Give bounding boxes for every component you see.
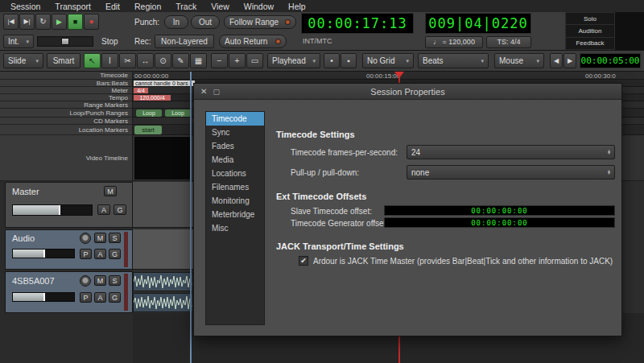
audition-indicator-button[interactable]: Audition [566, 25, 614, 37]
slave-offset-clock[interactable]: 00:00:00:00 [384, 205, 615, 216]
automation-button[interactable]: A [97, 204, 110, 215]
menu-window[interactable]: Window [237, 1, 281, 12]
smart-mode-button[interactable]: Smart [47, 53, 80, 68]
edit-point-dropdown[interactable]: Mouse▾ [494, 53, 544, 68]
automation-button[interactable]: A [94, 249, 106, 259]
tempo-marker[interactable]: 120,000/4 [134, 95, 171, 101]
loop-marker[interactable]: Loop [165, 109, 191, 117]
track-header-audio[interactable]: Audio M S P A G [5, 229, 133, 270]
gain-fader[interactable] [12, 249, 75, 258]
menu-view[interactable]: View [204, 1, 237, 12]
gain-fader[interactable] [12, 204, 93, 216]
goto-end-button[interactable]: ▶| [19, 14, 35, 30]
playlist-button[interactable]: P [80, 249, 92, 259]
waveform-lane[interactable] [133, 272, 193, 291]
time-signature-button[interactable]: TS: 4/4 [486, 36, 531, 48]
dialog-tab-monitoring[interactable]: Monitoring [206, 194, 264, 208]
cut-tool-button[interactable]: ✂ [119, 53, 136, 68]
mute-button[interactable]: M [94, 275, 106, 286]
menu-session[interactable]: Session [3, 1, 47, 12]
menu-region[interactable]: Region [127, 1, 168, 12]
marker-square-button[interactable]: ▪ [341, 53, 357, 68]
zoom-focus-dropdown[interactable]: Playhead▾ [267, 53, 320, 68]
dialog-tab-meterbridge[interactable]: Meterbridge [206, 208, 264, 221]
group-button[interactable]: G [114, 204, 126, 215]
mute-button[interactable]: M [104, 186, 117, 196]
dialog-tab-fades[interactable]: Fades [206, 139, 264, 153]
spinner-arrows-icon[interactable]: ▴▾ [608, 150, 610, 155]
automation-button[interactable]: A [94, 292, 106, 303]
track-name[interactable]: Master [12, 187, 39, 196]
menu-track[interactable]: Track [168, 1, 204, 12]
nudge-backward-button[interactable]: ◀ [550, 53, 563, 68]
loop-marker[interactable]: Loop [136, 109, 162, 117]
dialog-tab-misc[interactable]: Misc [206, 221, 264, 235]
stretch-tool-button[interactable]: ↔ [137, 53, 154, 68]
group-button[interactable]: G [109, 292, 121, 303]
waveform-lane[interactable] [133, 293, 193, 312]
pull-dropdown[interactable]: none ▴▾ [407, 165, 615, 179]
range-tool-button[interactable]: I [101, 53, 118, 68]
solo-button[interactable]: S [109, 233, 121, 243]
zoom-out-button[interactable]: − [211, 53, 228, 68]
fader-thumb[interactable] [43, 293, 45, 301]
fader-thumb[interactable] [59, 205, 60, 215]
master-track-lane[interactable] [133, 182, 193, 228]
jack-time-master-checkbox[interactable]: ✔ [299, 256, 308, 266]
dialog-tab-timecode[interactable]: Timecode [206, 112, 264, 126]
solo-indicator-button[interactable]: Solo [566, 13, 614, 25]
meter-marker[interactable]: 4/4 [134, 88, 148, 93]
follow-range-button[interactable]: Follow Range [224, 15, 296, 29]
menu-help[interactable]: Help [281, 1, 313, 12]
dialog-tab-sync[interactable]: Sync [206, 126, 264, 139]
edit-tool-button[interactable]: ▦ [190, 53, 207, 68]
fps-dropdown[interactable]: 24 ▴▾ [407, 145, 615, 159]
playhead-marker[interactable] [394, 72, 404, 78]
sync-source-dropdown[interactable]: Int.▾ [3, 35, 34, 48]
marker-dot-button[interactable]: • [324, 53, 340, 68]
zoom-in-button[interactable]: + [229, 53, 246, 68]
record-mode-button[interactable]: Non-Layered [155, 35, 214, 48]
snap-mode-dropdown[interactable]: No Grid▾ [362, 53, 414, 68]
record-enable-button[interactable] [80, 275, 91, 287]
menu-edit[interactable]: Edit [98, 1, 127, 12]
auto-return-button[interactable]: Auto Return [219, 35, 287, 48]
dialog-tab-filenames[interactable]: Filenames [206, 180, 264, 194]
track-name[interactable]: Audio [12, 233, 35, 243]
draw-tool-button[interactable]: ✎ [172, 53, 189, 68]
stop-button[interactable]: ■ [68, 14, 83, 30]
start-location-marker[interactable]: start [134, 126, 162, 134]
punch-in-button[interactable]: In [164, 15, 188, 29]
dialog-tab-media[interactable]: Media [206, 153, 264, 167]
fader-thumb[interactable] [43, 250, 45, 258]
punch-out-button[interactable]: Out [191, 15, 220, 29]
tempo-button[interactable]: ♩ = 120,000 [425, 36, 483, 48]
gain-fader[interactable] [12, 292, 75, 302]
record-enable-button[interactable] [80, 233, 91, 244]
feedback-indicator-button[interactable]: Feedback [566, 38, 614, 49]
spinner-arrows-icon[interactable]: ▴▾ [608, 170, 610, 175]
menu-transport[interactable]: Transport [47, 1, 98, 12]
shuttle-control[interactable] [37, 36, 93, 47]
dialog-tab-locations[interactable]: Locations [206, 167, 264, 180]
play-button[interactable]: ▶ [52, 14, 67, 30]
playlist-button[interactable]: P [80, 292, 92, 303]
mute-button[interactable]: M [94, 233, 106, 243]
edit-mode-dropdown[interactable]: Slide▾ [3, 53, 43, 68]
primary-clock[interactable]: 00:00:17:13 [301, 13, 414, 34]
group-button[interactable]: G [109, 249, 121, 259]
generator-offset-clock[interactable]: 00:00:00:00 [384, 217, 615, 228]
goto-start-button[interactable]: |◀ [3, 14, 19, 30]
audio-track-lane[interactable] [133, 229, 193, 270]
dialog-titlebar[interactable]: ✕ ▢ Session Properties [194, 84, 621, 100]
secondary-clock[interactable]: 009|04|0220 [425, 13, 531, 34]
nudge-clock[interactable]: 00:00:05:00 [580, 53, 641, 68]
timecode-ruler[interactable]: 00:00:00:00 00:00:15:00 00:00:30:0 [133, 72, 644, 80]
grab-tool-button[interactable]: ↖ [84, 53, 101, 68]
zoom-fit-button[interactable]: ▭ [246, 53, 263, 68]
solo-button[interactable]: S [109, 275, 121, 286]
record-button[interactable]: ● [84, 14, 99, 30]
zoom-tool-button[interactable]: ⊙ [155, 53, 171, 68]
track-header-4sb5a007[interactable]: 4SB5A007 M S P A G [5, 271, 133, 313]
grid-unit-dropdown[interactable]: Beats▾ [418, 53, 489, 68]
